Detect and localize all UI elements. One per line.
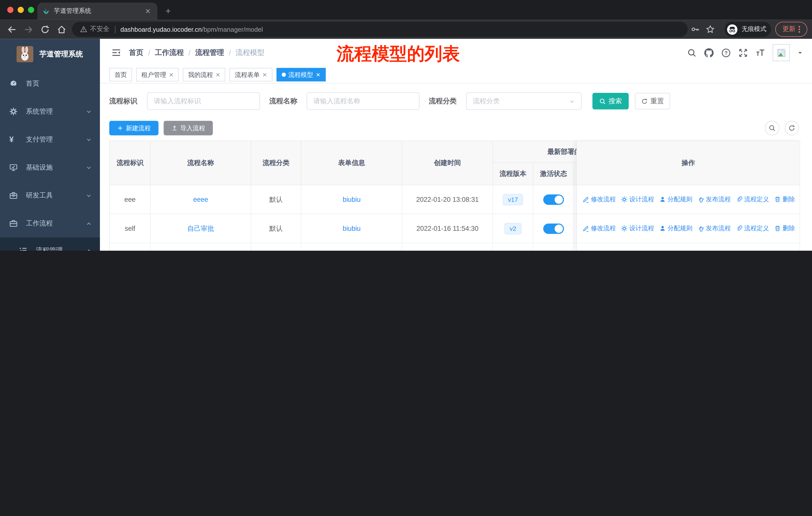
sidebar-item-研发工具[interactable]: 研发工具	[0, 182, 100, 209]
browser-tab[interactable]: 芋道管理系统 ✕	[37, 2, 157, 20]
browser-tabstrip: 芋道管理系统 ✕ ＋	[0, 0, 812, 20]
reset-button[interactable]: 重置	[635, 93, 670, 109]
close-icon[interactable]: ✕	[215, 71, 220, 78]
process-name-link[interactable]: 自己审批	[187, 224, 214, 233]
operations-row: 修改流程设计流程分配规则发布流程流程定义删除	[577, 243, 800, 251]
address-bar[interactable]: 不安全 dashboard.yudao.iocoder.cn/bpm/manag…	[72, 22, 688, 37]
show-search-icon[interactable]	[765, 121, 780, 136]
operation-设计流程[interactable]: 设计流程	[621, 195, 654, 204]
sidebar-item-工作流程[interactable]: 工作流程	[0, 210, 100, 238]
operation-修改流程[interactable]: 修改流程	[583, 195, 616, 204]
operation-分配规则[interactable]: 分配规则	[659, 224, 692, 233]
placeholder: 请输入流程名称	[313, 97, 360, 106]
github-icon[interactable]	[704, 48, 714, 57]
process-name-input[interactable]: 请输入流程名称	[307, 92, 419, 110]
tag-我的流程[interactable]: 我的流程✕	[183, 68, 226, 82]
chevron-down-icon	[569, 98, 575, 104]
bookmark-star-icon[interactable]	[706, 25, 715, 34]
close-window-button[interactable]	[7, 7, 13, 13]
sidebar-item-label: 基础设施	[26, 163, 53, 172]
breadcrumb-item[interactable]: 首页	[129, 48, 143, 57]
security-chip[interactable]: 不安全	[80, 25, 110, 34]
password-key-icon[interactable]	[691, 25, 700, 34]
collapse-sidebar-icon[interactable]	[112, 48, 121, 57]
annotation-text: 流程模型的列表	[337, 42, 460, 66]
home-icon[interactable]	[57, 25, 66, 34]
reload-icon[interactable]	[40, 25, 50, 34]
operation-发布流程[interactable]: 发布流程	[697, 195, 731, 204]
form-info-cell: biubiu	[301, 214, 402, 243]
sidebar: 芋道管理系统 首页系统管理¥支付管理基础设施研发工具工作流程流程管理流程表单用户…	[0, 39, 100, 251]
forward-icon[interactable]	[24, 25, 33, 34]
chevron-down-icon[interactable]	[798, 50, 803, 55]
search-button[interactable]: 搜索	[592, 93, 629, 109]
back-icon[interactable]	[7, 25, 17, 34]
import-process-button[interactable]: 导入流程	[164, 121, 213, 136]
close-icon[interactable]: ✕	[316, 71, 320, 78]
operation-修改流程[interactable]: 修改流程	[583, 224, 616, 233]
operation-流程定义[interactable]: 流程定义	[736, 224, 769, 233]
search-icon[interactable]	[687, 48, 696, 57]
form-info-cell: /bpm/oa/leave/create	[301, 243, 402, 251]
breadcrumb-item[interactable]: 流程管理	[195, 48, 224, 57]
sidebar-item-首页[interactable]: 首页	[0, 70, 100, 98]
tag-label: 首页	[115, 70, 127, 79]
breadcrumb-item[interactable]: 流程模型	[235, 48, 264, 57]
active-status-toggle[interactable]	[543, 223, 564, 234]
category-cell: OA	[251, 243, 301, 251]
sidebar-item-基础设施[interactable]: 基础设施	[0, 154, 100, 182]
close-icon[interactable]: ✕	[169, 71, 174, 78]
minimize-window-button[interactable]	[18, 7, 24, 13]
placeholder: 流程分类	[473, 97, 500, 106]
tag-流程表单[interactable]: 流程表单✕	[230, 68, 272, 82]
operation-设计流程[interactable]: 设计流程	[621, 224, 654, 233]
tab-title: 芋道管理系统	[54, 7, 143, 16]
operation-发布流程[interactable]: 发布流程	[697, 224, 731, 233]
sidebar-item-系统管理[interactable]: 系统管理	[0, 98, 100, 126]
font-size-icon[interactable]	[756, 48, 765, 57]
tab-close-icon[interactable]: ✕	[143, 7, 152, 15]
tag-首页[interactable]: 首页	[109, 68, 132, 82]
fullscreen-icon[interactable]	[738, 48, 748, 57]
active-status-toggle[interactable]	[543, 194, 564, 205]
assign-rule-icon	[659, 225, 666, 232]
app-logo-row[interactable]: 芋道管理系统	[0, 39, 100, 69]
help-icon[interactable]: ?	[721, 48, 731, 57]
delete-icon	[774, 225, 781, 232]
operation-删除[interactable]: 删除	[774, 224, 795, 233]
traffic-lights	[7, 7, 34, 13]
column-header-表单信息: 表单信息	[301, 141, 402, 185]
version-cell: v5	[493, 243, 533, 251]
sidebar-item-支付管理[interactable]: ¥支付管理	[0, 126, 100, 154]
operation-删除[interactable]: 删除	[774, 195, 795, 204]
dashboard-icon	[9, 79, 18, 88]
briefcase-icon	[9, 219, 18, 228]
definition-icon	[736, 225, 743, 232]
reset-button-label: 重置	[650, 97, 664, 106]
new-tab-button[interactable]: ＋	[164, 5, 172, 17]
form-info-link[interactable]: biubiu	[343, 224, 360, 232]
delete-icon	[774, 196, 781, 203]
close-icon[interactable]: ✕	[262, 71, 267, 78]
sidebar-item-流程管理[interactable]: 流程管理	[0, 238, 100, 251]
breadcrumb-item[interactable]: 工作流程	[155, 48, 184, 57]
zoom-window-button[interactable]	[28, 7, 34, 13]
filter-form: 流程标识 请输入流程标识 流程名称 请输入流程名称 流程分类 流程分类 搜索	[109, 92, 799, 110]
filter-label-id: 流程标识	[109, 97, 137, 106]
created-time-cell: 2022-01-16 01:30:54	[403, 243, 493, 251]
process-id-input[interactable]: 请输入流程标识	[147, 92, 260, 110]
create-process-button[interactable]: 新建流程	[109, 121, 158, 136]
operation-分配规则[interactable]: 分配规则	[659, 195, 692, 204]
browser-menu-update-button[interactable]: 更新	[775, 22, 808, 37]
process-name-link[interactable]: eeee	[193, 195, 208, 203]
form-info-link[interactable]: biubiu	[343, 195, 360, 203]
avatar[interactable]	[773, 44, 790, 61]
tag-租户管理[interactable]: 租户管理✕	[136, 68, 179, 82]
process-category-select[interactable]: 流程分类	[466, 92, 582, 110]
tag-流程模型[interactable]: 流程模型✕	[277, 68, 326, 82]
operation-label: 删除	[783, 195, 795, 204]
operations-row: 修改流程设计流程分配规则发布流程流程定义删除	[577, 185, 800, 214]
operation-流程定义[interactable]: 流程定义	[736, 195, 769, 204]
refresh-icon[interactable]	[785, 121, 799, 136]
breadcrumb-separator: /	[229, 48, 231, 57]
